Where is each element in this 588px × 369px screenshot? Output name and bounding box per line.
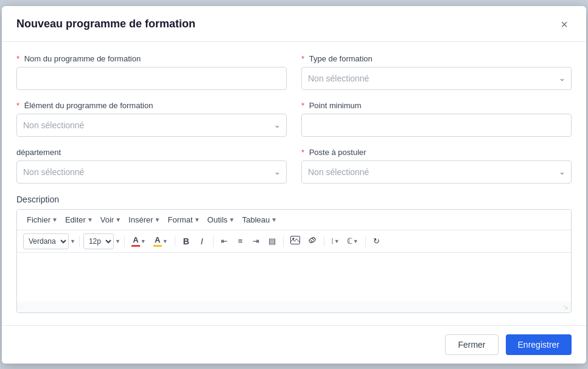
resize-icon: ↘ (562, 303, 569, 311)
divider-7 (365, 236, 366, 247)
divider-4 (213, 236, 214, 247)
dept-select-wrapper: Non sélectionné ⌄ (16, 160, 287, 184)
type-required: * (301, 54, 307, 63)
font-color-button[interactable]: A ▼ (128, 233, 149, 249)
format-arrow: ▼ (194, 216, 200, 223)
align-center-icon: ≡ (238, 236, 243, 246)
form-group-dept: département Non sélectionné ⌄ (16, 148, 287, 184)
editor-resize-handle: ↘ (17, 302, 571, 312)
type-select[interactable]: Non sélectionné (301, 67, 572, 90)
align-right-icon: ⇥ (253, 236, 259, 246)
unordered-list-icon: ⁝ (331, 236, 334, 246)
image-button[interactable] (287, 234, 303, 248)
dept-label: département (16, 148, 287, 157)
size-chevron: ▼ (115, 238, 121, 244)
point-label: * Point minimum (301, 101, 572, 110)
close-button[interactable]: Fermer (445, 334, 498, 355)
fichier-arrow: ▼ (52, 216, 58, 223)
element-label: * Élément du programme de formation (16, 101, 287, 110)
modal-header: Nouveau programme de formation × (2, 6, 586, 42)
menu-tableau[interactable]: Tableau ▼ (239, 213, 281, 226)
save-button[interactable]: Enregistrer (506, 334, 572, 355)
tableau-arrow: ▼ (271, 216, 277, 223)
unordered-list-button[interactable]: ⁝ ▼ (328, 235, 343, 247)
inserer-arrow: ▼ (155, 216, 161, 223)
align-justify-icon: ▤ (268, 236, 276, 246)
divider-6 (324, 236, 324, 247)
modal-dialog: Nouveau programme de formation × * Nom d… (2, 6, 586, 364)
element-select[interactable]: Non sélectionné (16, 114, 287, 137)
type-select-wrapper: Non sélectionné ⌄ (301, 67, 572, 90)
size-group: 12pt ▼ (83, 233, 121, 249)
outils-arrow: ▼ (229, 216, 235, 223)
poste-required: * (301, 148, 307, 157)
link-button[interactable] (304, 235, 320, 247)
menu-inserer[interactable]: Insérer ▼ (125, 213, 164, 226)
voir-arrow: ▼ (115, 216, 121, 223)
menu-outils[interactable]: Outils ▼ (204, 213, 239, 226)
type-label: * Type de formation (301, 54, 572, 63)
align-left-button[interactable]: ⇤ (217, 235, 232, 247)
element-select-wrapper: Non sélectionné ⌄ (16, 114, 287, 137)
font-select[interactable]: Verdana (23, 233, 69, 249)
modal-overlay: Nouveau programme de formation × * Nom d… (0, 0, 588, 369)
point-input[interactable] (301, 114, 572, 137)
image-icon (290, 236, 300, 246)
rich-text-editor: Fichier ▼ Editer ▼ Voir ▼ Insérer (16, 209, 572, 313)
modal-title: Nouveau programme de formation (16, 18, 195, 30)
menu-fichier[interactable]: Fichier ▼ (23, 213, 61, 226)
editor-content-area[interactable] (17, 253, 571, 302)
divider-5 (283, 236, 284, 247)
font-group: Verdana ▼ (23, 233, 75, 249)
align-justify-button[interactable]: ▤ (265, 235, 279, 247)
editor-menubar: Fichier ▼ Editer ▼ Voir ▼ Insérer (17, 210, 571, 230)
form-group-description: Description Fichier ▼ Editer ▼ Voi (16, 195, 572, 313)
nom-input[interactable] (16, 67, 287, 90)
bold-button[interactable]: B (179, 235, 194, 248)
menu-format[interactable]: Format ▼ (164, 213, 203, 226)
editer-arrow: ▼ (87, 216, 93, 223)
divider-1 (79, 236, 80, 247)
ordered-list-button[interactable]: ℂ ▼ (344, 235, 362, 247)
form-group-element: * Élément du programme de formation Non … (16, 101, 287, 137)
nom-required: * (16, 54, 22, 63)
undo-button[interactable]: ↻ (369, 235, 384, 247)
poste-select-wrapper: Non sélectionné ⌄ (301, 160, 572, 184)
menu-voir[interactable]: Voir ▼ (97, 213, 125, 226)
modal-body: * Nom du programme de formation * Type d… (2, 42, 586, 325)
form-row-3: département Non sélectionné ⌄ * Poste à … (16, 148, 572, 184)
font-chevron: ▼ (70, 238, 75, 244)
modal-footer: Fermer Enregistrer (2, 325, 586, 364)
close-icon[interactable]: × (557, 17, 572, 32)
editor-toolbar: Verdana ▼ 12pt ▼ (17, 230, 571, 253)
ul-chevron: ▼ (334, 238, 340, 244)
italic-button[interactable]: I (195, 235, 209, 248)
align-left-icon: ⇤ (221, 236, 228, 246)
menu-editer[interactable]: Editer ▼ (61, 213, 97, 226)
ol-chevron: ▼ (353, 238, 359, 244)
form-group-type: * Type de formation Non sélectionné ⌄ (301, 54, 572, 90)
point-required: * (301, 101, 307, 110)
form-group-poste: * Poste à postuler Non sélectionné ⌄ (301, 148, 572, 184)
poste-label: * Poste à postuler (301, 148, 572, 157)
align-right-button[interactable]: ⇥ (249, 235, 264, 247)
align-center-button[interactable]: ≡ (233, 235, 248, 247)
divider-3 (175, 236, 175, 247)
poste-select[interactable]: Non sélectionné (301, 160, 572, 184)
highlight-color-button[interactable]: A ▼ (150, 233, 171, 249)
font-color-chevron: ▼ (141, 238, 146, 244)
size-select[interactable]: 12pt (83, 233, 114, 249)
form-row-1: * Nom du programme de formation * Type d… (16, 54, 572, 90)
undo-icon: ↻ (373, 236, 380, 246)
form-group-point: * Point minimum (301, 101, 572, 137)
ordered-list-icon: ℂ (347, 236, 352, 246)
element-required: * (16, 101, 22, 110)
highlight-color-chevron: ▼ (163, 238, 168, 244)
description-label: Description (16, 195, 572, 204)
form-group-nom: * Nom du programme de formation (16, 54, 287, 90)
divider-2 (124, 236, 125, 247)
dept-select[interactable]: Non sélectionné (16, 160, 287, 184)
form-row-2: * Élément du programme de formation Non … (16, 101, 572, 137)
nom-label: * Nom du programme de formation (16, 54, 287, 63)
link-icon (307, 236, 317, 246)
